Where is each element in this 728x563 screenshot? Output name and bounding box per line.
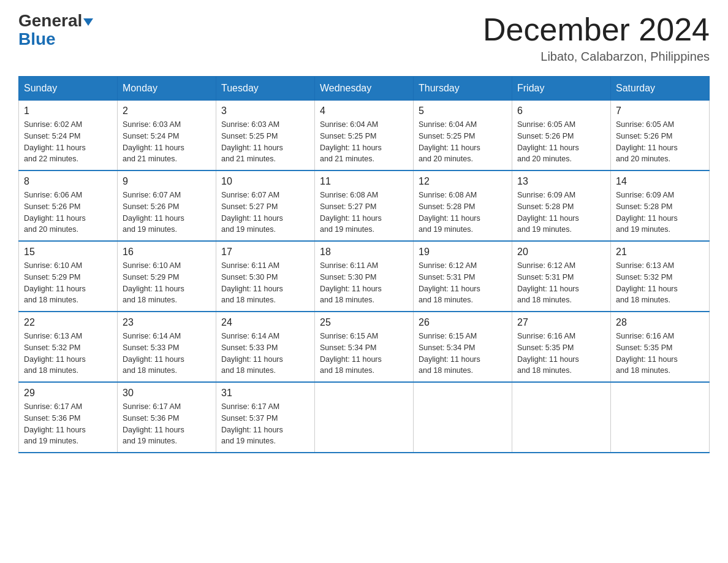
calendar-cell: 9 Sunrise: 6:07 AM Sunset: 5:26 PM Dayli… bbox=[118, 170, 216, 241]
day-info: Sunrise: 6:10 AM Sunset: 5:29 PM Dayligh… bbox=[24, 260, 112, 306]
day-info: Sunrise: 6:14 AM Sunset: 5:33 PM Dayligh… bbox=[123, 331, 211, 377]
day-info: Sunrise: 6:04 AM Sunset: 5:25 PM Dayligh… bbox=[320, 119, 408, 165]
week-row-5: 29 Sunrise: 6:17 AM Sunset: 5:36 PM Dayl… bbox=[19, 382, 710, 453]
calendar-cell: 3 Sunrise: 6:03 AM Sunset: 5:25 PM Dayli… bbox=[216, 101, 315, 171]
calendar-cell bbox=[611, 382, 710, 453]
day-info: Sunrise: 6:02 AM Sunset: 5:24 PM Dayligh… bbox=[24, 119, 112, 165]
calendar-cell bbox=[512, 382, 611, 453]
day-number: 8 bbox=[24, 176, 112, 187]
week-row-3: 15 Sunrise: 6:10 AM Sunset: 5:29 PM Dayl… bbox=[19, 241, 710, 312]
header-day-tuesday: Tuesday bbox=[216, 77, 315, 101]
calendar-cell: 29 Sunrise: 6:17 AM Sunset: 5:36 PM Dayl… bbox=[19, 382, 118, 453]
day-number: 21 bbox=[616, 247, 704, 258]
day-info: Sunrise: 6:10 AM Sunset: 5:29 PM Dayligh… bbox=[123, 260, 211, 306]
calendar-cell: 2 Sunrise: 6:03 AM Sunset: 5:24 PM Dayli… bbox=[118, 101, 216, 171]
day-info: Sunrise: 6:08 AM Sunset: 5:28 PM Dayligh… bbox=[419, 190, 507, 236]
day-number: 18 bbox=[320, 247, 408, 258]
day-info: Sunrise: 6:16 AM Sunset: 5:35 PM Dayligh… bbox=[517, 331, 605, 377]
calendar-cell: 26 Sunrise: 6:15 AM Sunset: 5:34 PM Dayl… bbox=[414, 312, 512, 382]
day-number: 29 bbox=[24, 388, 112, 399]
calendar-cell: 7 Sunrise: 6:05 AM Sunset: 5:26 PM Dayli… bbox=[611, 101, 710, 171]
day-number: 2 bbox=[123, 105, 211, 117]
calendar-cell: 23 Sunrise: 6:14 AM Sunset: 5:33 PM Dayl… bbox=[118, 312, 216, 382]
header-day-saturday: Saturday bbox=[611, 77, 710, 101]
day-info: Sunrise: 6:16 AM Sunset: 5:35 PM Dayligh… bbox=[616, 331, 704, 377]
calendar-cell: 18 Sunrise: 6:11 AM Sunset: 5:30 PM Dayl… bbox=[315, 241, 414, 312]
calendar-cell: 27 Sunrise: 6:16 AM Sunset: 5:35 PM Dayl… bbox=[512, 312, 611, 382]
header-day-friday: Friday bbox=[512, 77, 611, 101]
logo-blue-text: Blue bbox=[18, 31, 56, 48]
day-number: 9 bbox=[123, 176, 211, 187]
month-title: December 2024 bbox=[483, 12, 710, 47]
calendar-cell: 25 Sunrise: 6:15 AM Sunset: 5:34 PM Dayl… bbox=[315, 312, 414, 382]
day-number: 27 bbox=[517, 317, 605, 328]
day-info: Sunrise: 6:12 AM Sunset: 5:31 PM Dayligh… bbox=[419, 260, 507, 306]
day-number: 26 bbox=[419, 317, 507, 328]
day-number: 30 bbox=[123, 388, 211, 399]
header-day-sunday: Sunday bbox=[19, 77, 118, 101]
day-number: 16 bbox=[123, 247, 211, 258]
calendar-cell: 21 Sunrise: 6:13 AM Sunset: 5:32 PM Dayl… bbox=[611, 241, 710, 312]
calendar-cell: 8 Sunrise: 6:06 AM Sunset: 5:26 PM Dayli… bbox=[19, 170, 118, 241]
day-number: 4 bbox=[320, 105, 408, 117]
day-number: 14 bbox=[616, 176, 704, 187]
day-info: Sunrise: 6:11 AM Sunset: 5:30 PM Dayligh… bbox=[221, 260, 309, 306]
day-number: 11 bbox=[320, 176, 408, 187]
day-number: 20 bbox=[517, 247, 605, 258]
title-section: December 2024 Libato, Calabarzon, Philip… bbox=[483, 12, 710, 64]
day-number: 24 bbox=[221, 317, 309, 328]
day-number: 17 bbox=[221, 247, 309, 258]
day-number: 22 bbox=[24, 317, 112, 328]
calendar-cell: 15 Sunrise: 6:10 AM Sunset: 5:29 PM Dayl… bbox=[19, 241, 118, 312]
calendar-cell: 16 Sunrise: 6:10 AM Sunset: 5:29 PM Dayl… bbox=[118, 241, 216, 312]
week-row-1: 1 Sunrise: 6:02 AM Sunset: 5:24 PM Dayli… bbox=[19, 101, 710, 171]
day-info: Sunrise: 6:09 AM Sunset: 5:28 PM Dayligh… bbox=[517, 190, 605, 236]
day-number: 5 bbox=[419, 105, 507, 117]
location-text: Libato, Calabarzon, Philippines bbox=[483, 50, 710, 64]
day-number: 15 bbox=[24, 247, 112, 258]
week-row-2: 8 Sunrise: 6:06 AM Sunset: 5:26 PM Dayli… bbox=[19, 170, 710, 241]
day-number: 23 bbox=[123, 317, 211, 328]
day-info: Sunrise: 6:11 AM Sunset: 5:30 PM Dayligh… bbox=[320, 260, 408, 306]
calendar-header: SundayMondayTuesdayWednesdayThursdayFrid… bbox=[19, 77, 710, 101]
day-info: Sunrise: 6:03 AM Sunset: 5:24 PM Dayligh… bbox=[123, 119, 211, 165]
day-info: Sunrise: 6:09 AM Sunset: 5:28 PM Dayligh… bbox=[616, 190, 704, 236]
day-info: Sunrise: 6:03 AM Sunset: 5:25 PM Dayligh… bbox=[221, 119, 309, 165]
day-info: Sunrise: 6:15 AM Sunset: 5:34 PM Dayligh… bbox=[320, 331, 408, 377]
calendar-cell: 19 Sunrise: 6:12 AM Sunset: 5:31 PM Dayl… bbox=[414, 241, 512, 312]
day-info: Sunrise: 6:07 AM Sunset: 5:27 PM Dayligh… bbox=[221, 190, 309, 236]
calendar-cell: 4 Sunrise: 6:04 AM Sunset: 5:25 PM Dayli… bbox=[315, 101, 414, 171]
header-day-monday: Monday bbox=[118, 77, 216, 101]
day-number: 6 bbox=[517, 105, 605, 117]
day-info: Sunrise: 6:13 AM Sunset: 5:32 PM Dayligh… bbox=[616, 260, 704, 306]
calendar-cell: 12 Sunrise: 6:08 AM Sunset: 5:28 PM Dayl… bbox=[414, 170, 512, 241]
header-row: SundayMondayTuesdayWednesdayThursdayFrid… bbox=[19, 77, 710, 101]
day-number: 12 bbox=[419, 176, 507, 187]
calendar-cell: 6 Sunrise: 6:05 AM Sunset: 5:26 PM Dayli… bbox=[512, 101, 611, 171]
day-number: 7 bbox=[616, 105, 704, 117]
calendar-cell: 22 Sunrise: 6:13 AM Sunset: 5:32 PM Dayl… bbox=[19, 312, 118, 382]
header-day-thursday: Thursday bbox=[414, 77, 512, 101]
day-info: Sunrise: 6:07 AM Sunset: 5:26 PM Dayligh… bbox=[123, 190, 211, 236]
calendar-cell: 14 Sunrise: 6:09 AM Sunset: 5:28 PM Dayl… bbox=[611, 170, 710, 241]
header-day-wednesday: Wednesday bbox=[315, 77, 414, 101]
day-info: Sunrise: 6:14 AM Sunset: 5:33 PM Dayligh… bbox=[221, 331, 309, 377]
day-info: Sunrise: 6:05 AM Sunset: 5:26 PM Dayligh… bbox=[517, 119, 605, 165]
day-number: 10 bbox=[221, 176, 309, 187]
calendar-cell: 5 Sunrise: 6:04 AM Sunset: 5:25 PM Dayli… bbox=[414, 101, 512, 171]
calendar-cell: 28 Sunrise: 6:16 AM Sunset: 5:35 PM Dayl… bbox=[611, 312, 710, 382]
calendar-cell: 20 Sunrise: 6:12 AM Sunset: 5:31 PM Dayl… bbox=[512, 241, 611, 312]
calendar-cell: 1 Sunrise: 6:02 AM Sunset: 5:24 PM Dayli… bbox=[19, 101, 118, 171]
calendar-cell: 31 Sunrise: 6:17 AM Sunset: 5:37 PM Dayl… bbox=[216, 382, 315, 453]
day-number: 19 bbox=[419, 247, 507, 258]
day-number: 1 bbox=[24, 105, 112, 117]
day-info: Sunrise: 6:08 AM Sunset: 5:27 PM Dayligh… bbox=[320, 190, 408, 236]
calendar-cell: 30 Sunrise: 6:17 AM Sunset: 5:36 PM Dayl… bbox=[118, 382, 216, 453]
day-info: Sunrise: 6:13 AM Sunset: 5:32 PM Dayligh… bbox=[24, 331, 112, 377]
calendar-cell: 11 Sunrise: 6:08 AM Sunset: 5:27 PM Dayl… bbox=[315, 170, 414, 241]
day-number: 3 bbox=[221, 105, 309, 117]
day-info: Sunrise: 6:04 AM Sunset: 5:25 PM Dayligh… bbox=[419, 119, 507, 165]
day-info: Sunrise: 6:17 AM Sunset: 5:36 PM Dayligh… bbox=[24, 401, 112, 447]
logo-general-text: General bbox=[18, 12, 93, 29]
calendar-table: SundayMondayTuesdayWednesdayThursdayFrid… bbox=[18, 76, 710, 453]
